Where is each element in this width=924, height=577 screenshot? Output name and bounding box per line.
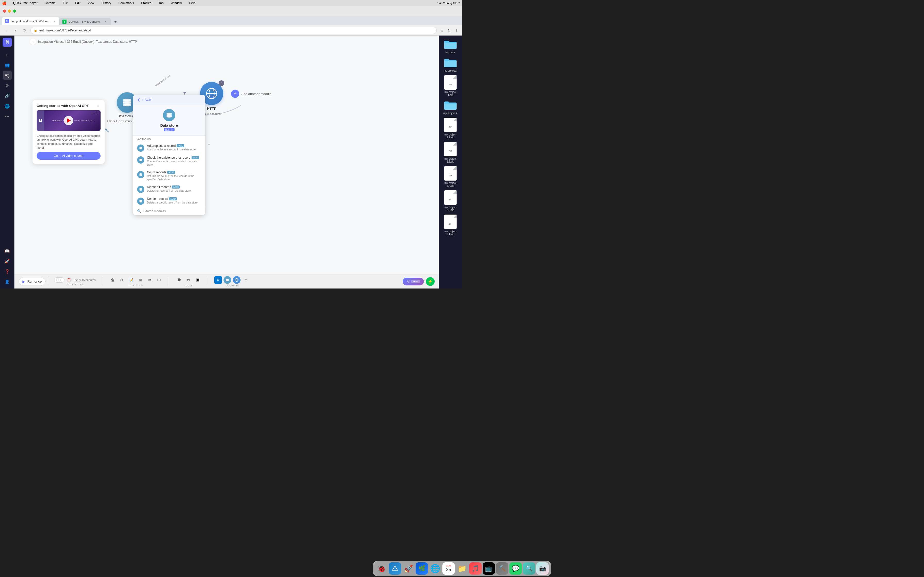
sidebar-bottom: 📖 🚀 ❓ 👤: [3, 246, 12, 287]
actions-header: ACTIONS: [133, 136, 205, 142]
view-menu[interactable]: View: [86, 1, 96, 5]
tab-label-1: Integration Microsoft 365 Em...: [11, 19, 50, 23]
minimize-button[interactable]: [8, 10, 11, 13]
divider-1: [48, 277, 48, 286]
video-more-icon[interactable]: ⋮: [95, 111, 99, 115]
maximize-button[interactable]: [13, 10, 16, 13]
zip-proj22[interactable]: ZIP my project 2.2.zip: [441, 118, 460, 139]
sidebar-link[interactable]: 🔗: [3, 91, 12, 100]
panel-description: Check out our series of step-by-step vid…: [32, 133, 105, 152]
breadcrumb-back[interactable]: ‹: [30, 39, 36, 45]
tool-block-icon[interactable]: ▣: [194, 276, 202, 284]
profile-icon[interactable]: N: [446, 27, 452, 34]
sidebar-share[interactable]: [3, 71, 12, 80]
new-tab-button[interactable]: +: [112, 18, 119, 25]
folder-my-project-1[interactable]: my project !: [441, 57, 460, 72]
apple-menu[interactable]: 🍎: [2, 1, 6, 5]
action-check-existence[interactable]: Check the existence of a record ACID Che…: [133, 154, 205, 168]
sidebar-help[interactable]: ❓: [3, 267, 12, 276]
panel-close-button[interactable]: ×: [95, 103, 100, 108]
zip-proj24[interactable]: ZIP my project 2.4.zip: [441, 166, 460, 187]
forward-button[interactable]: ›: [12, 27, 19, 34]
play-button[interactable]: [64, 116, 73, 125]
search-modules-input[interactable]: [143, 210, 201, 213]
extensions-icon[interactable]: ⋮: [453, 27, 459, 34]
quicktime-menu[interactable]: QuickTime Player: [11, 1, 39, 5]
ai-label: AI: [407, 280, 410, 283]
sidebar-settings[interactable]: ⚙: [3, 81, 12, 90]
note-icon[interactable]: 📝: [128, 276, 135, 284]
small-plus[interactable]: +: [208, 142, 210, 147]
tool-flow-icon[interactable]: ✂: [184, 276, 192, 284]
add-favorites-icon[interactable]: +: [242, 276, 250, 284]
action-add-replace[interactable]: Add/replace a record ACID Adds or replac…: [133, 142, 205, 154]
action-delete-record[interactable]: Delete a record ACID Deletes a specific …: [133, 195, 205, 207]
help-menu[interactable]: Help: [187, 1, 197, 5]
make-logo[interactable]: M: [3, 38, 12, 47]
datastore-fav-icon[interactable]: [223, 276, 231, 284]
add-module-icon[interactable]: +: [231, 90, 239, 98]
zip-proj22-label: my project 2.2.zip: [441, 133, 459, 139]
dropdown-back-button[interactable]: BACK: [137, 98, 151, 102]
svg-point-24: [166, 114, 172, 116]
transform-icon[interactable]: ⇄: [146, 276, 153, 284]
sidebar-rocket[interactable]: 🚀: [3, 256, 12, 266]
zip-proj31[interactable]: ZIP my project 3.1.zip: [441, 214, 460, 236]
tab-blynk[interactable]: B Devices – Blynk.Console ×: [59, 18, 111, 25]
action-delete-all[interactable]: Delete all records ACID Deletes all reco…: [133, 183, 205, 195]
refresh-button[interactable]: ↻: [21, 27, 28, 34]
window-menu[interactable]: Window: [170, 1, 184, 5]
tab-menu[interactable]: Tab: [157, 1, 165, 5]
ai-button[interactable]: AI BETA: [403, 278, 424, 285]
video-menu-icon[interactable]: ☰: [90, 111, 93, 115]
folder-iot-make[interactable]: iot make: [441, 39, 460, 54]
tab-close-1[interactable]: ×: [52, 19, 56, 23]
url-bar[interactable]: 🔒 eu2.make.com/687024/scenarios/add: [31, 27, 437, 34]
schedule-clock[interactable]: ⏰: [66, 277, 72, 282]
folder-my-project-2[interactable]: my project 2: [441, 100, 460, 114]
history-menu[interactable]: History: [100, 1, 113, 5]
add-module[interactable]: + Add another module: [231, 90, 271, 98]
zip-proj31-icon: ZIP: [444, 214, 457, 229]
back-button[interactable]: ‹: [3, 27, 10, 34]
bookmarks-menu[interactable]: Bookmarks: [117, 1, 135, 5]
chrome-app-name[interactable]: Chrome: [43, 1, 57, 5]
sidebar-home[interactable]: ⌂: [3, 50, 12, 59]
sidebar-book[interactable]: 📖: [3, 246, 12, 256]
run-once-button[interactable]: ▶ Run once: [19, 278, 46, 285]
edit-menu[interactable]: Edit: [73, 1, 82, 5]
tab-close-2[interactable]: ×: [103, 19, 108, 24]
tab-integration[interactable]: M Integration Microsoft 365 Em... ×: [2, 17, 59, 25]
more-controls-icon[interactable]: •••: [155, 276, 163, 284]
file-menu[interactable]: File: [61, 1, 69, 5]
blynk-button[interactable]: ⚡: [426, 277, 435, 286]
settings-icon[interactable]: ⚙: [118, 276, 126, 284]
sidebar-avatar[interactable]: 👤: [3, 277, 12, 287]
ai-video-course-button[interactable]: Go to AI video course: [37, 152, 100, 160]
align-icon[interactable]: ⊞: [137, 276, 144, 284]
action-desc-1: Adds or replaces a record in the data st…: [147, 148, 201, 151]
video-thumbnail: M Seamless Integr... OpenAI Connecti...u…: [37, 110, 100, 131]
action-title-5: Delete a record ACID: [147, 197, 201, 201]
sidebar-globe[interactable]: 🌐: [3, 102, 12, 111]
tool-gear-icon[interactable]: [175, 276, 183, 284]
sidebar-more[interactable]: •••: [3, 112, 12, 121]
close-button[interactable]: [3, 10, 6, 13]
menubar: 🍎 QuickTime Player Chrome File Edit View…: [0, 0, 462, 6]
bookmark-icon[interactable]: ☆: [439, 27, 445, 34]
wrench-icon-1[interactable]: 🔧: [105, 128, 109, 132]
folder-my-project-1-icon: [443, 57, 458, 68]
off-badge[interactable]: OFF: [54, 277, 65, 282]
profiles-menu[interactable]: Profiles: [139, 1, 153, 5]
svg-point-1: [8, 76, 9, 77]
zip-proj23[interactable]: ZIP my project 2.3.zip: [441, 142, 460, 163]
http-fav-icon[interactable]: [233, 276, 241, 284]
action-count-records[interactable]: Count records ACID Returns the count of …: [133, 168, 205, 183]
trash-icon[interactable]: 🗑: [109, 276, 116, 284]
zip-proj31-label: my project 3.1.zip: [441, 230, 459, 236]
sidebar-users[interactable]: 👥: [3, 60, 12, 69]
outlook-fav-icon[interactable]: O: [214, 276, 222, 284]
tab-favicon-2: B: [62, 19, 66, 24]
zip-proj1[interactable]: ZIP my project 1.zip: [441, 75, 460, 96]
zip-proj25[interactable]: ZIP my project 2.5.zip: [441, 190, 460, 211]
